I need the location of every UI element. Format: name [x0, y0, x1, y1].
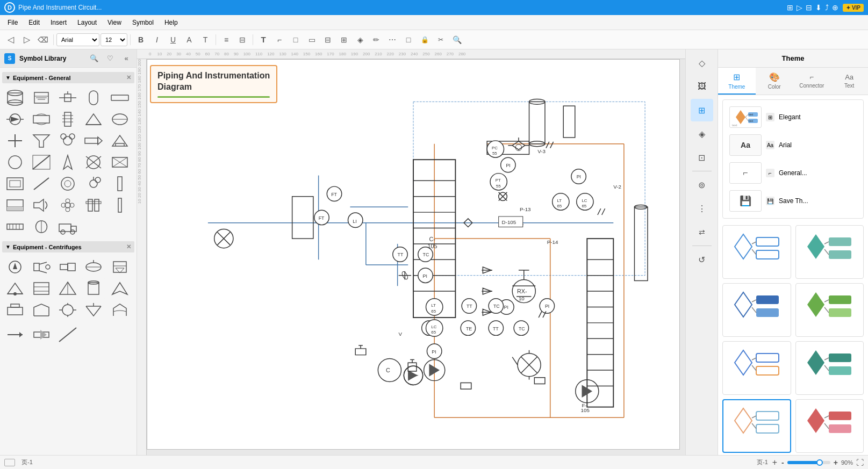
theme-card-blue[interactable] [722, 225, 791, 279]
centrifuge-2[interactable] [30, 257, 53, 277]
download-icon[interactable]: ⬇ [815, 3, 822, 12]
lock-tool[interactable]: 🔒 [417, 32, 432, 47]
theme-card-teal[interactable] [795, 225, 864, 279]
sidebar-tree-btn[interactable]: ⋮ [691, 197, 713, 220]
symbol-pipe[interactable] [108, 88, 132, 108]
sidebar-theme-btn[interactable]: ⊞ [691, 99, 713, 121]
theme-quick-save[interactable]: 💾 💾 Save Th... [727, 188, 859, 214]
symbol-gear[interactable] [82, 174, 105, 194]
centrifuge-3[interactable] [56, 257, 80, 277]
symbol-cross[interactable] [82, 152, 105, 172]
rect-tool[interactable]: □ [288, 32, 303, 47]
theme-quick-elegant[interactable]: text text text ⊞ Elegant [727, 104, 859, 130]
sidebar-database-btn[interactable]: ⊚ [691, 174, 713, 196]
menu-help[interactable]: Help [159, 17, 183, 28]
align-left-button[interactable]: ≡ [219, 32, 234, 47]
centrifuges-close-icon[interactable]: ✕ [126, 243, 131, 250]
border-tool[interactable]: □ [401, 32, 416, 47]
theme-quick-general[interactable]: ⌐ ⌐ General... [727, 160, 859, 186]
flow-sym[interactable] [30, 324, 53, 345]
arrow-right-sym[interactable] [3, 324, 27, 345]
symbol-sq1[interactable] [3, 174, 27, 194]
menu-symbol[interactable]: Symbol [127, 17, 159, 28]
font-size-select[interactable]: 12 14 16 [101, 33, 127, 46]
centrifuge-11[interactable] [3, 300, 27, 320]
symbol-filter[interactable] [30, 88, 53, 108]
symbol-separator[interactable] [108, 109, 132, 129]
symbol-tank[interactable] [3, 88, 27, 108]
zoom-handle[interactable] [816, 459, 823, 466]
symbol-pump[interactable] [3, 109, 27, 129]
centrifuge-6[interactable] [3, 278, 27, 299]
symbol-diag2[interactable] [30, 174, 53, 194]
symbol-diag[interactable] [30, 152, 53, 172]
symbol-nozzle[interactable] [82, 131, 105, 151]
theme-card-purple-orange[interactable] [722, 399, 791, 453]
library-favorite-icon[interactable]: ♡ [104, 53, 116, 64]
scissors-tool[interactable]: ✂ [433, 32, 448, 47]
zoom-plus-button[interactable]: + [834, 458, 838, 467]
symbol-column[interactable] [56, 109, 80, 129]
sidebar-layers-btn[interactable]: ◈ [691, 122, 713, 145]
symbol-speaker[interactable] [30, 195, 53, 215]
sidebar-expand-btn[interactable]: ⇄ [691, 221, 713, 243]
italic-button[interactable]: I [149, 32, 164, 47]
screen-icon[interactable]: ⊞ [787, 3, 793, 12]
section-close-icon[interactable]: ✕ [126, 74, 131, 81]
centrifuge-7[interactable] [30, 278, 53, 299]
zoom-minus-button[interactable]: - [781, 458, 784, 467]
sidebar-history-btn[interactable]: ↺ [691, 248, 713, 271]
vip-badge[interactable]: ✦ VIP [843, 4, 864, 12]
menu-file[interactable]: File [2, 17, 23, 28]
theme-nav-color[interactable]: 🎨 Color [756, 68, 793, 95]
theme-card-teal-dark[interactable] [795, 341, 864, 395]
share-icon[interactable]: ⤴ [825, 3, 829, 12]
line-tool[interactable]: ⌐ [272, 32, 287, 47]
font-select[interactable]: Arial Times New Roman [56, 33, 99, 46]
centrifuge-13[interactable] [56, 300, 80, 320]
symbol-screws[interactable] [3, 217, 27, 237]
theme-card-blue-orange[interactable] [722, 341, 791, 395]
menu-layout[interactable]: Layout [72, 17, 102, 28]
shape-tool[interactable]: ▭ [304, 32, 319, 47]
symbol-vessel[interactable] [82, 88, 105, 108]
symbol-thin-vessel[interactable] [108, 195, 132, 215]
symbol-leaf[interactable] [30, 217, 53, 237]
diagram-canvas[interactable]: Piping And Instrumentation Diagram [147, 59, 680, 450]
fill-tool[interactable]: ◈ [353, 32, 368, 47]
theme-nav-connector[interactable]: ⌐ Connector [793, 68, 831, 95]
play-icon[interactable]: ▷ [797, 3, 802, 12]
text-style-button[interactable]: T [198, 32, 213, 47]
grid-icon[interactable]: ⊟ [806, 3, 812, 12]
zoom-slider[interactable] [787, 461, 830, 464]
align-center-button[interactable]: ⊟ [235, 32, 250, 47]
centrifuge-14[interactable] [82, 300, 105, 320]
symbol-compressor[interactable] [82, 109, 105, 129]
table-tool[interactable]: ⊞ [336, 32, 351, 47]
symbol-truck[interactable] [56, 217, 80, 237]
search-tool[interactable]: 🔍 [449, 32, 464, 47]
theme-card-red-pink[interactable] [795, 399, 864, 453]
fullscreen-button[interactable]: ⛶ [856, 458, 864, 467]
centrifuge-4[interactable] [82, 257, 105, 277]
menu-edit[interactable]: Edit [23, 17, 45, 28]
symbol-flower[interactable] [56, 195, 80, 215]
pen-tool[interactable]: ✏ [369, 32, 384, 47]
centrifuge-9[interactable] [82, 278, 105, 299]
erase-button[interactable]: ⌫ [35, 32, 51, 47]
symbol-tube[interactable] [82, 195, 105, 215]
settings-icon[interactable]: ⊕ [832, 3, 838, 12]
symbol-level[interactable] [3, 195, 27, 215]
font-color-button[interactable]: A [182, 32, 197, 47]
centrifuge-10[interactable] [108, 278, 132, 299]
section-equipment-general[interactable]: ▼ Equipment - General ✕ [2, 72, 134, 83]
symbol-circle1[interactable] [3, 152, 27, 172]
undo-button[interactable]: ◁ [3, 32, 18, 47]
symbol-tall[interactable] [108, 174, 132, 194]
symbol-hex[interactable] [30, 109, 53, 129]
bold-button[interactable]: B [133, 32, 148, 47]
symbol-misc1[interactable] [108, 131, 132, 151]
add-page-button[interactable]: + [772, 458, 777, 467]
section-equipment-centrifuges[interactable]: ▼ Equipment - Centrifuges ✕ [2, 241, 134, 252]
underline-button[interactable]: U [166, 32, 181, 47]
